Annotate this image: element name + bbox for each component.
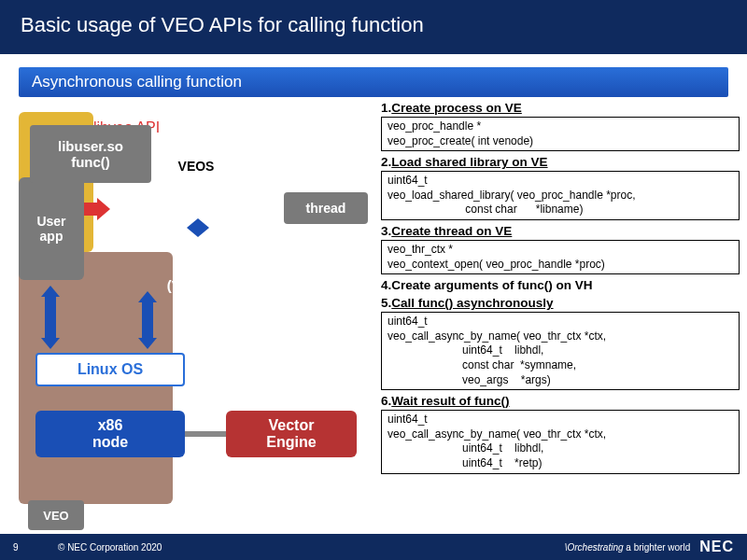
step-5-title: 5.Call func() asynchronously [381, 296, 740, 310]
connector-x86-vector [185, 431, 226, 437]
libuser-box: libuser.so func() [30, 125, 151, 183]
veo-ve-part-label: VEO (VE part) [19, 261, 374, 293]
slogan: \Orchestrating a brighter world [565, 542, 691, 553]
step-3-code: veo_thr_ctx * veo_context_open( veo_proc… [381, 240, 740, 274]
arrow-user-linux [41, 286, 60, 349]
vector-engine-box: Vector Engine [226, 411, 357, 457]
arrow-user-to-veos [84, 198, 110, 220]
veo-inner-box: VEO [28, 500, 84, 530]
step-6-title: 6.Wait result of func() [381, 394, 740, 408]
step-2-code: uint64_t veo_load_shared_library( veo_pr… [381, 171, 740, 220]
step-1-code: veo_proc_handle * veo_proc_create( int v… [381, 117, 740, 151]
arrow-veos-linux [138, 291, 157, 349]
steps-list: 1.Create process on VE veo_proc_handle *… [381, 97, 740, 478]
x86-node-box: x86 node [35, 411, 185, 457]
step-1-title: 1.Create process on VE [381, 101, 740, 115]
slide-title: Basic usage of VEO APIs for calling func… [0, 0, 747, 54]
step-4-title: 4.Create arguments of func() on VH [381, 278, 740, 292]
step-2-title: 2.Load shared library on VE [381, 155, 740, 169]
arrow-veos-vepart [187, 218, 209, 237]
step-3-title: 3.Create thread on VE [381, 224, 740, 238]
nec-logo: NEC [699, 539, 734, 555]
footer-bar: 9 © NEC Corporation 2020 \Orchestrating … [0, 534, 747, 560]
page-number: 9 [13, 542, 35, 553]
step-6-code: uint64_t veo_call_async_by_name( veo_thr… [381, 410, 740, 473]
architecture-diagram: libveo API User app VEOS VEO libuser.so … [19, 112, 374, 541]
step-5-code: uint64_t veo_call_async_by_name( veo_thr… [381, 312, 740, 390]
linux-os-box: Linux OS [35, 353, 185, 386]
copyright-text: © NEC Corporation 2020 [58, 542, 162, 553]
section-subtitle: Asynchronous calling function [19, 67, 728, 97]
thread-box: thread [284, 192, 368, 224]
